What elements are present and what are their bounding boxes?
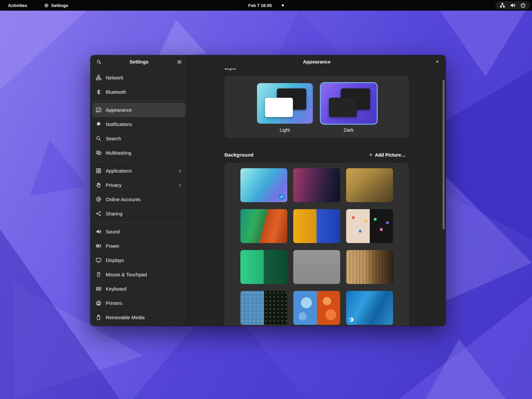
style-section-heading-clipped: Style xyxy=(224,68,409,72)
wallpaper-thumbnail[interactable] xyxy=(346,250,393,284)
wallpaper-thumbnail[interactable] xyxy=(240,209,287,243)
content-pane: Appearance × Style Light xyxy=(188,55,446,326)
wallpaper-thumbnail[interactable] xyxy=(346,168,393,202)
background-section-header: Background + Add Picture… xyxy=(224,150,409,160)
content-headerbar: Appearance × xyxy=(188,55,446,68)
plus-icon: + xyxy=(369,152,372,158)
wallpaper-thumbnail[interactable] xyxy=(346,291,393,325)
sidebar-item-label: Mouse & Touchpad xyxy=(106,272,182,277)
sidebar-item-bluetooth[interactable]: Bluetooth xyxy=(92,85,186,99)
system-status-area[interactable] xyxy=(495,1,530,9)
network-icon xyxy=(500,3,505,8)
preview-front-window xyxy=(329,98,357,117)
sidebar-item-mouse-touchpad[interactable]: Mouse & Touchpad xyxy=(92,267,186,282)
sidebar-item-label: Notifications xyxy=(106,122,182,127)
wallpaper-thumbnail[interactable] xyxy=(346,209,393,243)
add-picture-button[interactable]: + Add Picture… xyxy=(366,150,409,160)
sidebar-item-search[interactable]: Search xyxy=(92,131,186,146)
appearance-icon xyxy=(96,107,101,113)
mouse-icon xyxy=(96,272,101,277)
sidebar-item-notifications[interactable]: Notifications xyxy=(92,117,186,131)
sidebar-item-label: Removable Media xyxy=(106,315,182,320)
bell-icon xyxy=(96,121,101,127)
usb-icon xyxy=(96,315,101,320)
share-icon xyxy=(96,211,101,216)
scrollbar-thumb[interactable] xyxy=(443,80,445,229)
focused-app-indicator[interactable]: Settings xyxy=(41,2,71,9)
bluetooth-icon xyxy=(96,89,101,95)
wallpaper-thumbnail[interactable] xyxy=(293,209,340,243)
sidebar-item-label: Sound xyxy=(106,229,182,234)
search-button[interactable] xyxy=(94,57,104,66)
power-icon xyxy=(520,3,526,8)
settings-window: Settings NetworkBluetoothAppearanceNotif… xyxy=(90,55,446,326)
wallpaper-thumbnail[interactable] xyxy=(240,291,287,325)
close-button[interactable]: × xyxy=(433,58,442,66)
wallpaper-thumbnail[interactable] xyxy=(293,291,340,325)
sidebar-item-online-accounts[interactable]: Online Accounts xyxy=(92,192,186,206)
wallpaper-grid xyxy=(224,163,409,326)
style-option-label: Light xyxy=(280,127,290,133)
selected-check-icon xyxy=(278,193,285,200)
background-section-title: Background xyxy=(224,152,254,158)
sidebar-item-label: Online Accounts xyxy=(106,197,182,202)
sidebar-item-label: Power xyxy=(106,243,182,249)
gear-icon xyxy=(44,3,49,8)
wallpaper-thumbnail[interactable] xyxy=(293,250,340,284)
time-indicator-icon xyxy=(349,317,354,322)
sidebar-item-sound[interactable]: Sound xyxy=(92,224,186,239)
sidebar-item-label: Keyboard xyxy=(106,286,182,292)
search-icon xyxy=(96,60,101,65)
style-option-label: Dark xyxy=(344,127,354,133)
primary-menu-button[interactable] xyxy=(174,57,184,66)
sidebar-item-multitasking[interactable]: Multitasking xyxy=(92,146,186,160)
apps-icon xyxy=(96,168,101,174)
sidebar-item-label: Search xyxy=(106,136,182,141)
sidebar-item-label: Appearance xyxy=(106,107,182,113)
style-option-dark[interactable]: Dark xyxy=(321,83,377,133)
display-icon xyxy=(96,257,101,263)
multitasking-icon xyxy=(96,150,101,156)
sidebar-headerbar: Settings xyxy=(90,55,188,68)
sidebar-separator xyxy=(93,101,185,101)
sidebar-item-sharing[interactable]: Sharing xyxy=(92,206,186,221)
sidebar-item-label: Displays xyxy=(106,258,182,263)
dark-theme-preview xyxy=(321,83,377,124)
sound-icon xyxy=(96,229,101,234)
sidebar-item-printers[interactable]: Printers xyxy=(92,296,186,310)
sidebar-list: NetworkBluetoothAppearanceNotificationsS… xyxy=(90,68,188,326)
style-card: Light Dark xyxy=(224,76,409,138)
preview-front-window xyxy=(265,98,293,117)
activities-button[interactable]: Activities xyxy=(5,2,30,9)
chevron-right-icon xyxy=(178,183,182,188)
sidebar-item-label: Printers xyxy=(106,301,182,306)
content-body: Style Light Dark xyxy=(188,68,446,326)
sidebar-item-power[interactable]: Power xyxy=(92,239,186,253)
style-option-light[interactable]: Light xyxy=(257,83,313,133)
sidebar-item-privacy[interactable]: Privacy xyxy=(92,178,186,192)
search-icon xyxy=(96,136,101,141)
wallpaper-thumbnail[interactable] xyxy=(240,250,287,284)
sidebar-item-applications[interactable]: Applications xyxy=(92,164,186,178)
clock-label: Feb 7 16:05 xyxy=(248,3,272,8)
sidebar-item-label: Network xyxy=(106,75,182,80)
sidebar-item-displays[interactable]: Displays xyxy=(92,253,186,267)
printer-icon xyxy=(96,300,101,306)
privacy-icon xyxy=(96,182,101,188)
top-bar: Activities Settings Feb 7 16:05 xyxy=(0,0,532,11)
clock-area[interactable]: Feb 7 16:05 xyxy=(248,3,284,8)
wallpaper-thumbnail[interactable] xyxy=(240,168,287,202)
hamburger-menu-icon xyxy=(177,60,182,65)
sidebar-item-label: Sharing xyxy=(106,211,182,216)
sidebar-item-label: Multitasking xyxy=(106,150,182,156)
page-title: Appearance xyxy=(188,59,446,65)
power-icon xyxy=(96,243,101,249)
chevron-right-icon xyxy=(178,169,182,173)
sidebar-title: Settings xyxy=(90,59,188,65)
sidebar-item-keyboard[interactable]: Keyboard xyxy=(92,282,186,296)
wallpaper-thumbnail[interactable] xyxy=(293,168,340,202)
sidebar-item-removable-media[interactable]: Removable Media xyxy=(92,310,186,325)
sidebar-item-appearance[interactable]: Appearance xyxy=(92,103,186,117)
sidebar-item-network[interactable]: Network xyxy=(92,70,186,85)
sidebar-item-label: Bluetooth xyxy=(106,89,182,95)
